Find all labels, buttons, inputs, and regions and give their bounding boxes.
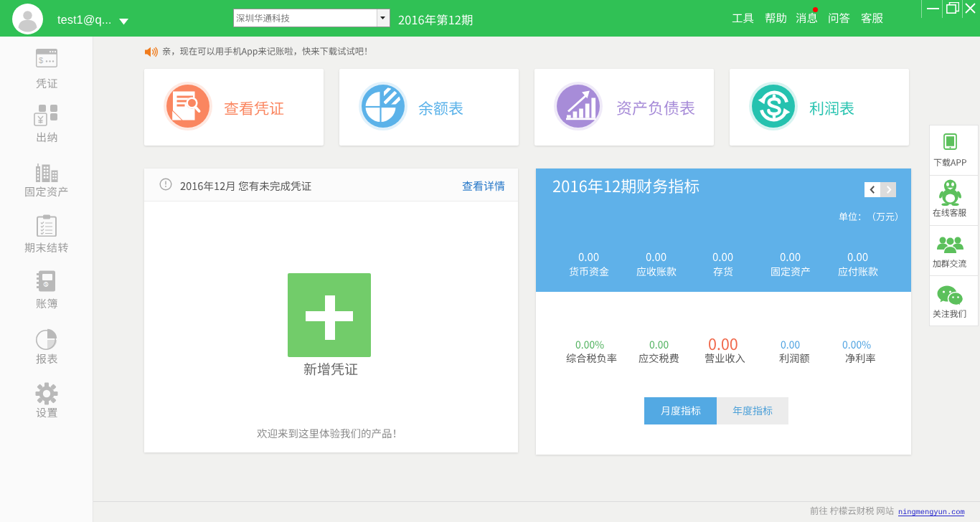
svg-text:$: $	[39, 56, 43, 65]
svg-text:$: $	[44, 282, 47, 287]
